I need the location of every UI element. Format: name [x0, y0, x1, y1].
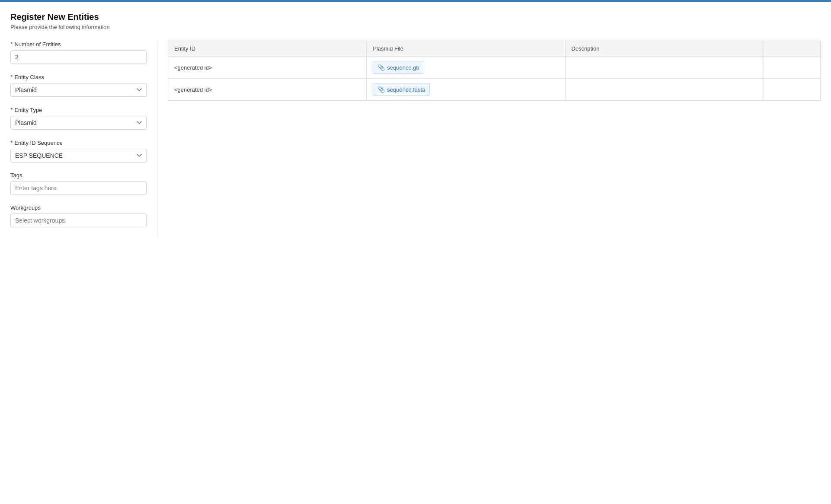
col-header-plasmid-file: Plasmid File: [367, 41, 565, 57]
entity-id-cell-2: <generated id>: [168, 79, 367, 101]
number-of-entities-input[interactable]: [10, 50, 147, 64]
entity-type-group: * Entity Type Plasmid Other: [10, 106, 147, 130]
file-badge-1: 📎 sequence.gb: [373, 61, 424, 74]
required-star-class: *: [10, 73, 13, 80]
right-panel: Entity ID Plasmid File Description <gene…: [157, 41, 821, 237]
number-of-entities-group: * Number of Entities: [10, 41, 147, 64]
table-row: <generated id> 📎 sequence.gb: [168, 57, 821, 79]
entity-id-sequence-select[interactable]: ESP SEQUENCE Other: [10, 149, 147, 163]
description-cell-1: [565, 57, 764, 79]
plasmid-file-cell-2: 📎 sequence.fasta: [367, 79, 565, 101]
tags-input[interactable]: [10, 181, 147, 195]
tags-group: Tags: [10, 172, 147, 195]
workgroups-input[interactable]: [10, 214, 147, 227]
entity-class-select[interactable]: Plasmid Other: [10, 83, 147, 97]
entity-class-group: * Entity Class Plasmid Other: [10, 73, 147, 97]
col-header-entity-id: Entity ID: [168, 41, 367, 57]
entity-class-label: * Entity Class: [10, 73, 147, 80]
tags-label: Tags: [10, 172, 147, 179]
entity-id-sequence-group: * Entity ID Sequence ESP SEQUENCE Other: [10, 139, 147, 163]
file-badge-2: 📎 sequence.fasta: [373, 83, 430, 96]
entity-id-cell-1: <generated id>: [168, 57, 367, 79]
entity-type-label: * Entity Type: [10, 106, 147, 113]
plasmid-file-cell-1: 📎 sequence.gb: [367, 57, 565, 79]
paperclip-icon-1: 📎: [377, 64, 385, 71]
extra-cell-2: [764, 79, 820, 101]
workgroups-label: Workgroups: [10, 204, 147, 211]
entity-type-select[interactable]: Plasmid Other: [10, 116, 147, 130]
table-row: <generated id> 📎 sequence.fasta: [168, 79, 821, 101]
page-subtitle: Please provide the following information: [10, 24, 821, 30]
table-header-row: Entity ID Plasmid File Description: [168, 41, 821, 57]
workgroups-group: Workgroups: [10, 204, 147, 227]
col-header-extra: [764, 41, 820, 57]
page-title: Register New Entities: [10, 12, 821, 22]
description-cell-2: [565, 79, 764, 101]
file-link-1[interactable]: sequence.gb: [387, 64, 419, 71]
entity-table: Entity ID Plasmid File Description <gene…: [168, 41, 821, 101]
required-star-sequence: *: [10, 139, 13, 146]
required-star-type: *: [10, 106, 13, 113]
left-panel: * Number of Entities * Entity Class Plas…: [10, 41, 157, 237]
required-star-entities: *: [10, 41, 13, 48]
number-of-entities-label: * Number of Entities: [10, 41, 147, 48]
paperclip-icon-2: 📎: [377, 86, 385, 93]
extra-cell-1: [764, 57, 820, 79]
file-link-2[interactable]: sequence.fasta: [387, 86, 425, 93]
entity-id-sequence-label: * Entity ID Sequence: [10, 139, 147, 146]
col-header-description: Description: [565, 41, 764, 57]
